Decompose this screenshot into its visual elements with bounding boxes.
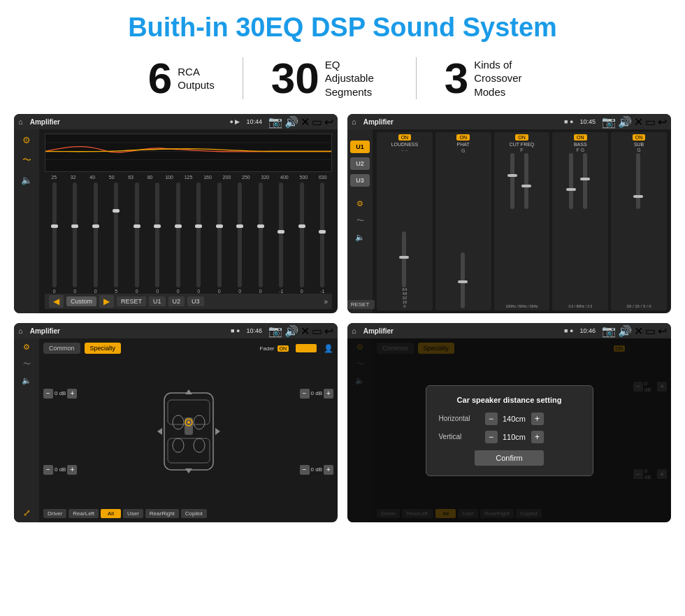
copilot-btn[interactable]: Copilot	[181, 509, 207, 518]
u-buttons: U1 U2 U3	[350, 141, 370, 187]
back-icon-2[interactable]: ↩	[658, 115, 667, 129]
eq-icon[interactable]: ⚙	[22, 135, 31, 145]
horizontal-plus[interactable]: +	[531, 413, 544, 425]
volume-icon-3: 🔊	[284, 324, 298, 338]
specialty-btn[interactable]: Specialty	[85, 343, 122, 354]
u2-select[interactable]: U2	[350, 157, 370, 170]
svg-point-23	[173, 438, 184, 452]
u1-button[interactable]: U1	[149, 296, 166, 306]
phat-on[interactable]: ON	[456, 134, 470, 141]
svg-rect-13	[566, 188, 576, 191]
fl-plus[interactable]: +	[67, 389, 77, 399]
window-icon-3: ▭	[312, 324, 322, 338]
rearright-btn[interactable]: RearRight	[145, 509, 179, 518]
screen2-title: Amplifier	[363, 118, 560, 126]
back-icon[interactable]: ↩	[324, 115, 333, 129]
wave-icon[interactable]: 〜	[22, 154, 31, 166]
wave-icon-2[interactable]: 〜	[356, 215, 364, 226]
eq-slider-col: 0	[45, 182, 64, 294]
vertical-minus[interactable]: −	[485, 431, 498, 443]
home-icon-3[interactable]: ⌂	[18, 327, 23, 335]
cutfreq-sliders	[507, 153, 535, 304]
screen3-status-icons: 📷 🔊 ✕ ▭ ↩	[268, 324, 333, 338]
confirm-button[interactable]: Confirm	[475, 450, 544, 466]
stat-number-crossover: 3	[445, 57, 468, 100]
rl-plus[interactable]: +	[67, 465, 77, 475]
close-icon-2[interactable]: ✕	[634, 115, 643, 129]
bass-label: BASS	[574, 142, 587, 147]
reset-btn-s2[interactable]: RESET	[347, 300, 375, 309]
cutfreq-on[interactable]: ON	[515, 134, 528, 141]
screen4-topbar: ⌂ Amplifier ■ ● 10:46 📷 🔊 ✕ ▭ ↩	[347, 323, 671, 338]
driver-btn[interactable]: Driver	[43, 509, 66, 518]
eq-icon-3[interactable]: ⚙	[23, 343, 30, 352]
u3-select[interactable]: U3	[350, 174, 370, 187]
fr-plus[interactable]: +	[324, 389, 333, 399]
expand-icon-3[interactable]: ⤢	[23, 508, 31, 518]
fr-val: 0 dB	[311, 390, 322, 396]
u3-button[interactable]: U3	[187, 296, 204, 306]
svg-rect-8	[510, 153, 514, 209]
home-icon[interactable]: ⌂	[18, 117, 23, 126]
fl-minus[interactable]: −	[43, 389, 53, 399]
u1-select[interactable]: U1	[350, 141, 370, 153]
phat-label: PHAT	[457, 142, 470, 147]
eq-label: 80	[140, 175, 159, 180]
eq-slider-track[interactable]	[52, 182, 57, 287]
close-icon[interactable]: ✕	[301, 115, 310, 129]
svg-rect-15	[580, 178, 590, 180]
rr-plus[interactable]: +	[324, 465, 333, 475]
eq-label: 320	[256, 175, 274, 180]
bass-on[interactable]: ON	[574, 134, 587, 141]
svg-rect-9	[507, 174, 517, 177]
settings-icon-3[interactable]: 👤	[324, 344, 333, 353]
stats-row: 6 RCA Outputs 30 EQ Adjustable Segments …	[0, 50, 685, 110]
sp-bottom-btns: Driver RearLeft All User RearRight Copil…	[43, 509, 333, 518]
rr-minus[interactable]: −	[300, 465, 310, 475]
home-icon-4[interactable]: ⌂	[352, 327, 356, 335]
speaker-icon[interactable]: 🔈	[21, 175, 32, 185]
close-icon-4[interactable]: ✕	[634, 324, 643, 338]
speaker-icon-3[interactable]: 🔈	[22, 376, 31, 385]
distance-dialog: Car speaker distance setting Horizontal …	[426, 385, 593, 476]
svg-rect-11	[521, 185, 531, 187]
camera-icon-4: 📷	[602, 324, 616, 338]
speaker-icon-2[interactable]: 🔈	[355, 233, 365, 242]
camera-icon-2: 📷	[602, 115, 616, 129]
screen1-time: 10:44	[246, 118, 262, 125]
vertical-plus[interactable]: +	[531, 431, 544, 443]
rl-minus[interactable]: −	[43, 465, 53, 475]
sub-on[interactable]: ON	[633, 134, 646, 141]
all-btn[interactable]: All	[101, 509, 121, 518]
eq-bottom-bar: ◀ Custom ▶ RESET U1 U2 U3 »	[45, 294, 332, 309]
play-button[interactable]: ▶	[99, 295, 114, 308]
screens-grid: ⌂ Amplifier ● ▶ 10:44 📷 🔊 ✕ ▭ ↩ ⚙ 〜 🔈	[0, 110, 685, 529]
fader-on[interactable]: ON	[277, 345, 289, 352]
rearleft-btn[interactable]: RearLeft	[68, 509, 99, 518]
eq-icon-2[interactable]: ⚙	[356, 199, 363, 208]
rr-val: 0 dB	[311, 466, 322, 473]
window-icon: ▭	[312, 115, 322, 129]
fader-slider[interactable]	[296, 344, 317, 352]
vertical-row: Vertical − 110cm +	[439, 431, 580, 443]
horizontal-row: Horizontal − 140cm +	[439, 413, 580, 425]
stat-text-eq: EQ Adjustable Segments	[325, 58, 388, 99]
user-btn[interactable]: User	[123, 509, 143, 518]
speaker-main: Common Specialty Fader ON 👤 −	[39, 338, 338, 522]
back-icon-4[interactable]: ↩	[658, 324, 667, 338]
bass-params: F G	[576, 148, 584, 152]
horizontal-minus[interactable]: −	[485, 413, 498, 425]
common-btn[interactable]: Common	[43, 343, 80, 354]
reset-button[interactable]: RESET	[117, 296, 146, 306]
close-icon-3[interactable]: ✕	[301, 324, 310, 338]
eq-label: 32	[64, 175, 82, 180]
prev-button[interactable]: ◀	[49, 295, 64, 308]
back-icon-3[interactable]: ↩	[324, 324, 333, 338]
home-icon-2[interactable]: ⌂	[352, 117, 356, 126]
sub-label: SUB	[634, 142, 644, 147]
loudness-on[interactable]: ON	[398, 134, 412, 141]
u2-button[interactable]: U2	[168, 296, 185, 306]
fr-minus[interactable]: −	[300, 389, 310, 399]
wave-icon-3[interactable]: 〜	[23, 359, 31, 369]
eq-label: 400	[275, 175, 294, 180]
